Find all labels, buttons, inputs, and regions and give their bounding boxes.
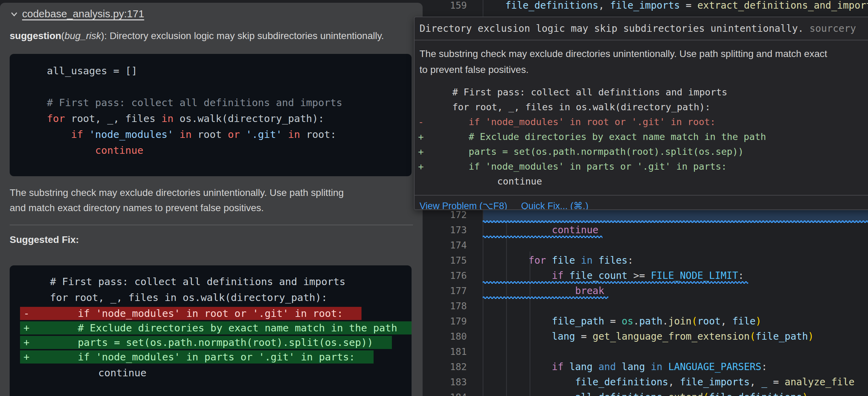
code-token: = (767, 376, 785, 388)
code-token: extract_definitions_and_imports (697, 0, 868, 11)
code-token: , (598, 0, 610, 11)
code-token: for (47, 113, 65, 124)
code-token (482, 331, 552, 342)
code-token: for (529, 255, 546, 266)
code-token: ( (750, 331, 755, 342)
code-token: root: (300, 129, 336, 140)
code-line: for root, _, files in os.walk(directory_… (10, 290, 412, 305)
code-line: # First pass: collect all definitions an… (10, 95, 412, 111)
editor-line[interactable]: 181 (423, 344, 868, 359)
code-token (482, 224, 552, 236)
code-token: : (761, 361, 767, 373)
line-number[interactable]: 173 (423, 223, 467, 238)
suggestion-tag: bug_risk (65, 30, 101, 41)
file-location-link[interactable]: codebase_analysis.py:171 (22, 8, 144, 20)
editor-line[interactable]: 174 (423, 238, 868, 253)
code-token: '.git' (246, 129, 282, 140)
code-token (482, 376, 575, 388)
code-line: all_usages = [] (10, 63, 412, 79)
suggestion-line: suggestion(bug_risk): Directory exclusio… (10, 30, 423, 41)
code-token: file_definitions (505, 0, 598, 11)
line-number[interactable]: 178 (423, 299, 467, 314)
diagnostic-detail: The substring check may exclude director… (415, 40, 868, 80)
code-token: files (598, 255, 627, 266)
editor-line[interactable]: 173 continue (423, 223, 868, 238)
suggested-fix-diff-block: # First pass: collect all definitions an… (10, 265, 412, 396)
code-token: ( (692, 315, 697, 327)
line-content: if lang and lang in LANGUAGE_PARSERS: (482, 359, 767, 375)
code-token: if (552, 361, 563, 373)
quick-fix-link[interactable]: Quick Fix... (⌘.) (521, 200, 588, 210)
diff-added-line: + if 'node_modules' in parts or '.git' i… (20, 350, 374, 364)
view-problem-link[interactable]: View Problem (⌥F8) (419, 200, 507, 210)
line-content: all_definitions.extend(file_definitions) (482, 390, 808, 396)
code-token: ) (802, 392, 808, 396)
code-token (23, 129, 71, 140)
code-line: continue (10, 365, 412, 381)
editor-line[interactable]: 177 break (423, 283, 868, 299)
tooltip-code-line: for root, _, files in os.walk(directory_… (415, 100, 868, 114)
description-line: The substring check may exclude director… (10, 185, 410, 200)
code-token (240, 129, 246, 140)
editor-line[interactable]: 184 all_definitions.extend(file_definiti… (423, 390, 868, 396)
code-token (23, 113, 47, 124)
line-number[interactable]: 174 (423, 238, 467, 253)
code-token: break (575, 285, 604, 296)
code-token: path (639, 315, 662, 327)
line-content: file_definitions, file_imports = extract… (482, 0, 868, 13)
line-number[interactable]: 182 (423, 359, 467, 375)
file-header-row[interactable]: codebase_analysis.py:171 (10, 8, 423, 20)
diff-added-line: + parts = set(os.path.normpath(root).spl… (20, 336, 392, 349)
editor-line[interactable]: 175 for file in files: (423, 253, 868, 268)
code-token: _ (761, 376, 767, 388)
editor-line[interactable]: 176 if file_count >= FILE_NODE_LIMIT: (423, 268, 868, 283)
diff-added-line: + # Exclude directories by exact name ma… (20, 321, 412, 334)
line-content: file_definitions, file_imports, _ = anal… (482, 375, 855, 390)
editor-line[interactable]: 183 file_definitions, file_imports, _ = … (423, 375, 868, 390)
line-number[interactable]: 179 (423, 314, 467, 329)
line-number[interactable]: 180 (423, 329, 467, 344)
code-token: continue (552, 224, 598, 236)
code-token: . (633, 315, 639, 327)
code-token (645, 361, 651, 373)
line-number[interactable]: 176 (423, 268, 467, 283)
code-token (563, 361, 569, 373)
code-token: all_definitions (575, 392, 663, 396)
code-line: for root, _, files in os.walk(directory_… (10, 111, 412, 126)
line-content: file_path = os.path.join(root, file) (482, 314, 761, 329)
tooltip-diff-removed-line: - if 'node_modules' in root or '.git' in… (415, 114, 868, 129)
editor-visible-lines[interactable]: 172 if 'node_modules' in root or '.git' … (423, 207, 868, 396)
code-token: = (604, 315, 622, 327)
code-token (482, 255, 529, 266)
diagnostic-actions: View Problem (⌥F8)Quick Fix... (⌘.) (415, 195, 868, 210)
tooltip-diff-added-line: + parts = set(os.path.normpath(root).spl… (415, 144, 868, 159)
line-number[interactable]: 175 (423, 253, 467, 268)
line-number[interactable]: 159 (423, 0, 467, 13)
editor-line[interactable]: 180 lang = get_language_from_extension(f… (423, 329, 868, 344)
review-comment-panel: codebase_analysis.py:171 suggestion(bug_… (0, 3, 423, 396)
code-token: FILE_NODE_LIMIT (651, 270, 738, 281)
editor-line[interactable]: 159 file_definitions, file_imports = ext… (423, 0, 868, 13)
editor-line[interactable]: 182 if lang and lang in LANGUAGE_PARSERS… (423, 359, 868, 375)
editor-line[interactable]: 178 (423, 299, 868, 314)
code-token: continue (95, 144, 144, 156)
code-token: all_usages = [] (23, 65, 137, 77)
line-number[interactable]: 184 (423, 390, 467, 396)
code-token: in (162, 113, 174, 124)
code-token: ) (755, 315, 761, 327)
code-token: root, _, files (65, 113, 161, 124)
code-token: root (697, 315, 721, 327)
line-number[interactable]: 183 (423, 375, 467, 390)
line-number[interactable]: 181 (423, 344, 467, 359)
code-token (575, 255, 581, 266)
editor-top-line[interactable]: 159 file_definitions, file_imports = ext… (423, 0, 868, 13)
chevron-down-icon[interactable] (10, 9, 19, 18)
line-number[interactable]: 177 (423, 283, 467, 299)
tooltip-code-line: continue (415, 174, 868, 189)
code-token (482, 0, 505, 11)
code-token: ( (703, 392, 709, 396)
code-token: = (575, 331, 593, 342)
editor-line[interactable]: 179 file_path = os.path.join(root, file) (423, 314, 868, 329)
code-token (23, 144, 95, 156)
code-token: , (750, 376, 761, 388)
